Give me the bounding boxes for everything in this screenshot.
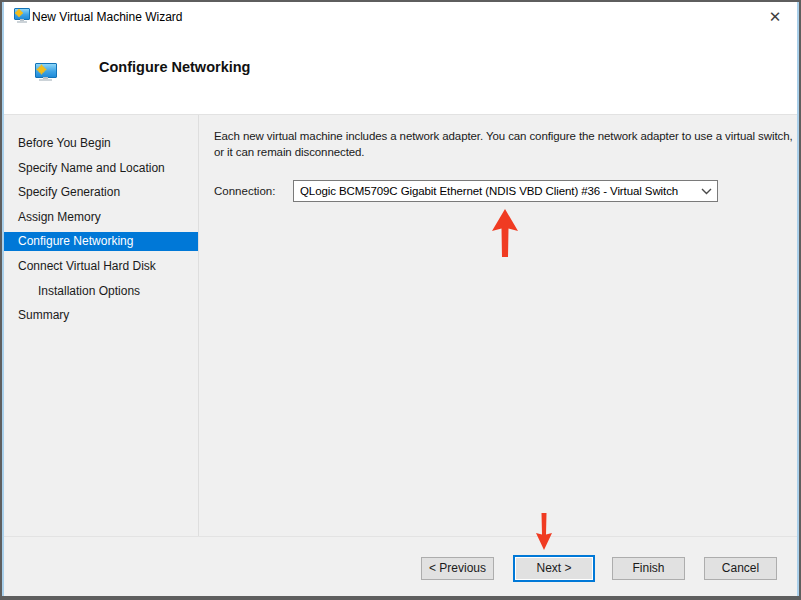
window-title: New Virtual Machine Wizard bbox=[32, 10, 183, 24]
page-description: Each new virtual machine includes a netw… bbox=[214, 128, 797, 160]
app-icon bbox=[14, 8, 30, 24]
wizard-steps: Before You BeginSpecify Name and Locatio… bbox=[4, 134, 198, 331]
connection-dropdown-value: QLogic BCM5709C Gigabit Ethernet (NDIS V… bbox=[300, 185, 697, 197]
annotation-arrow-up-icon bbox=[492, 209, 518, 261]
wizard-page-icon bbox=[35, 63, 57, 81]
wizard-step-item[interactable]: Specify Generation bbox=[4, 183, 198, 202]
wizard-step-item[interactable]: Installation Options bbox=[4, 282, 198, 301]
connection-dropdown[interactable]: QLogic BCM5709C Gigabit Ethernet (NDIS V… bbox=[293, 180, 718, 202]
cancel-button[interactable]: Cancel bbox=[704, 557, 777, 580]
connection-label: Connection: bbox=[214, 180, 275, 203]
wizard-header: Configure Networking bbox=[4, 32, 797, 114]
sidebar-divider bbox=[198, 115, 199, 536]
previous-button[interactable]: < Previous bbox=[421, 557, 494, 580]
chevron-down-icon bbox=[701, 188, 712, 195]
wizard-step-item[interactable]: Assign Memory bbox=[4, 208, 198, 227]
finish-button[interactable]: Finish bbox=[612, 557, 685, 580]
wizard-step-item[interactable]: Connect Virtual Hard Disk bbox=[4, 257, 198, 276]
wizard-step-item[interactable]: Summary bbox=[4, 306, 198, 325]
page-title: Configure Networking bbox=[99, 59, 250, 75]
annotation-arrow-down-icon bbox=[536, 513, 552, 554]
wizard-body: Before You BeginSpecify Name and Locatio… bbox=[4, 114, 797, 596]
wizard-step-item[interactable]: Before You Begin bbox=[4, 134, 198, 153]
wizard-step-item[interactable]: Configure Networking bbox=[4, 232, 198, 251]
next-button[interactable]: Next > bbox=[513, 555, 595, 582]
footer-divider bbox=[4, 536, 797, 537]
close-icon[interactable]: ✕ bbox=[764, 6, 786, 28]
title-bar: New Virtual Machine Wizard ✕ bbox=[4, 2, 797, 32]
wizard-step-item[interactable]: Specify Name and Location bbox=[4, 159, 198, 178]
